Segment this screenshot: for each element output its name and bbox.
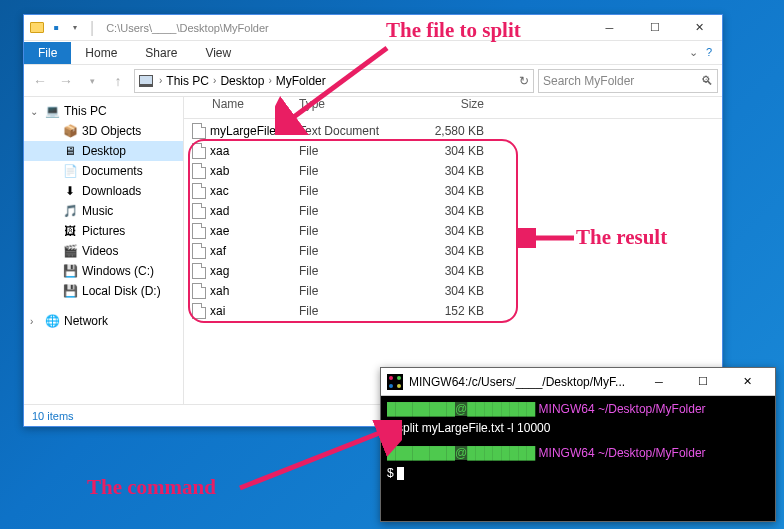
terminal-prompt-char: $ — [387, 421, 394, 435]
sidebar-item-videos[interactable]: 🎬Videos — [24, 241, 183, 261]
folder-icon — [29, 20, 45, 36]
terminal-prompt-char: $ — [387, 466, 394, 480]
search-input[interactable]: Search MyFolder 🔍︎ — [538, 69, 718, 93]
file-name: xag — [210, 264, 229, 278]
svg-point-2 — [397, 376, 401, 380]
terminal-title: MINGW64:/c/Users/____/Desktop/MyF... — [409, 375, 625, 389]
terminal-user-host: ████████@████████ — [387, 402, 535, 416]
nav-back-button[interactable]: ← — [28, 69, 52, 93]
network-icon: 🌐 — [44, 313, 60, 329]
nav-up-button[interactable]: ↑ — [106, 69, 130, 93]
sidebar-item-documents[interactable]: 📄Documents — [24, 161, 183, 181]
file-size: 304 KB — [404, 244, 504, 258]
sidebar-item-label: Windows (C:) — [82, 264, 154, 278]
terminal-body[interactable]: ████████@████████ MINGW64 ~/Desktop/MyFo… — [381, 396, 775, 487]
file-row[interactable]: xabFile304 KB — [184, 161, 722, 181]
file-size: 304 KB — [404, 144, 504, 158]
ribbon-expand-icon[interactable]: ⌄ — [689, 46, 698, 59]
tab-file[interactable]: File — [24, 42, 71, 64]
file-icon — [192, 303, 206, 319]
file-type: File — [299, 264, 404, 278]
file-row[interactable]: xaaFile304 KB — [184, 141, 722, 161]
sidebar-item-downloads[interactable]: ⬇Downloads — [24, 181, 183, 201]
tree-expand-icon[interactable]: ⌄ — [30, 106, 40, 117]
maximize-button[interactable]: ☐ — [632, 15, 677, 41]
sidebar-item-this-pc[interactable]: ⌄💻This PC — [24, 101, 183, 121]
tab-view[interactable]: View — [191, 42, 245, 64]
column-header-size[interactable]: Size — [404, 97, 504, 118]
breadcrumb[interactable]: › This PC › Desktop › MyFolder ↻ — [134, 69, 534, 93]
sidebar-item-desktop[interactable]: 🖥Desktop — [24, 141, 183, 161]
svg-point-3 — [389, 384, 393, 388]
file-row[interactable]: xacFile304 KB — [184, 181, 722, 201]
status-text: 10 items — [32, 410, 74, 422]
breadcrumb-segment[interactable]: Desktop — [218, 74, 266, 88]
file-row[interactable]: xaeFile304 KB — [184, 221, 722, 241]
nav-history-dropdown[interactable]: ▾ — [80, 69, 104, 93]
svg-rect-0 — [387, 374, 403, 390]
file-type: File — [299, 304, 404, 318]
tab-home[interactable]: Home — [71, 42, 131, 64]
drive-icon: 💾 — [62, 263, 78, 279]
terminal-user-host: ████████@████████ — [387, 446, 535, 460]
sidebar-item-windows-c-[interactable]: 💾Windows (C:) — [24, 261, 183, 281]
file-name: xac — [210, 184, 229, 198]
file-row[interactable]: xaiFile152 KB — [184, 301, 722, 321]
sidebar-item-music[interactable]: 🎵Music — [24, 201, 183, 221]
sidebar-item-pictures[interactable]: 🖼Pictures — [24, 221, 183, 241]
breadcrumb-segment[interactable]: MyFolder — [274, 74, 328, 88]
search-placeholder: Search MyFolder — [543, 74, 634, 88]
terminal-cursor — [397, 467, 404, 480]
sidebar-item-label: 3D Objects — [82, 124, 141, 138]
tree-expand-icon[interactable]: › — [30, 316, 40, 327]
file-icon — [192, 283, 206, 299]
file-icon — [192, 203, 206, 219]
help-icon[interactable]: ? — [706, 46, 712, 59]
file-name: xab — [210, 164, 229, 178]
file-type: File — [299, 164, 404, 178]
file-row[interactable]: xafFile304 KB — [184, 241, 722, 261]
mingw-icon — [387, 374, 403, 390]
breadcrumb-segment[interactable]: This PC — [164, 74, 211, 88]
sidebar-item-network[interactable]: ›🌐Network — [24, 311, 183, 331]
docs-icon: 📄 — [62, 163, 78, 179]
file-row[interactable]: xadFile304 KB — [184, 201, 722, 221]
file-size: 304 KB — [404, 184, 504, 198]
terminal-minimize-button[interactable]: ─ — [637, 368, 681, 396]
file-name: xae — [210, 224, 229, 238]
window-title: C:\Users\____\Desktop\MyFolder — [106, 22, 587, 34]
terminal-maximize-button[interactable]: ☐ — [681, 368, 725, 396]
file-icon — [192, 123, 206, 139]
file-name: myLargeFile — [210, 124, 276, 138]
file-type: File — [299, 204, 404, 218]
file-type: File — [299, 284, 404, 298]
file-size: 304 KB — [404, 264, 504, 278]
column-header-name[interactable]: Name — [184, 97, 299, 118]
close-button[interactable]: ✕ — [677, 15, 722, 41]
svg-point-1 — [389, 376, 393, 380]
qat-dropdown-icon[interactable]: ▾ — [67, 20, 83, 36]
terminal-close-button[interactable]: ✕ — [725, 368, 769, 396]
refresh-icon[interactable]: ↻ — [519, 74, 529, 88]
file-row[interactable]: myLargeFileText Document2,580 KB — [184, 121, 722, 141]
terminal-window: MINGW64:/c/Users/____/Desktop/MyF... ─ ☐… — [380, 367, 776, 522]
file-size: 2,580 KB — [404, 124, 504, 138]
sidebar-item-3d-objects[interactable]: 📦3D Objects — [24, 121, 183, 141]
ribbon-tabs: File Home Share View ⌄ ? — [24, 41, 722, 65]
tab-share[interactable]: Share — [131, 42, 191, 64]
terminal-prompt-path: MINGW64 ~/Desktop/MyFolder — [539, 402, 706, 416]
pictures-icon: 🖼 — [62, 223, 78, 239]
nav-forward-button[interactable]: → — [54, 69, 78, 93]
file-size: 304 KB — [404, 284, 504, 298]
minimize-button[interactable]: ─ — [587, 15, 632, 41]
arrow-command — [232, 420, 402, 500]
videos-icon: 🎬 — [62, 243, 78, 259]
file-row[interactable]: xagFile304 KB — [184, 261, 722, 281]
file-row[interactable]: xahFile304 KB — [184, 281, 722, 301]
sidebar-item-local-disk-d-[interactable]: 💾Local Disk (D:) — [24, 281, 183, 301]
file-icon — [192, 163, 206, 179]
sidebar-item-label: Local Disk (D:) — [82, 284, 161, 298]
qat-icon[interactable]: ▪ — [48, 20, 64, 36]
column-header-type[interactable]: Type — [299, 97, 404, 118]
titlebar: ▪ ▾ | C:\Users\____\Desktop\MyFolder ─ ☐… — [24, 15, 722, 41]
